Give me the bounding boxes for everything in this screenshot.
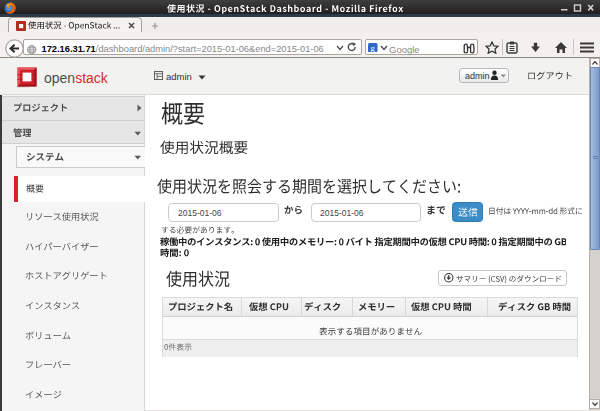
svg-text:g: g bbox=[371, 43, 376, 53]
